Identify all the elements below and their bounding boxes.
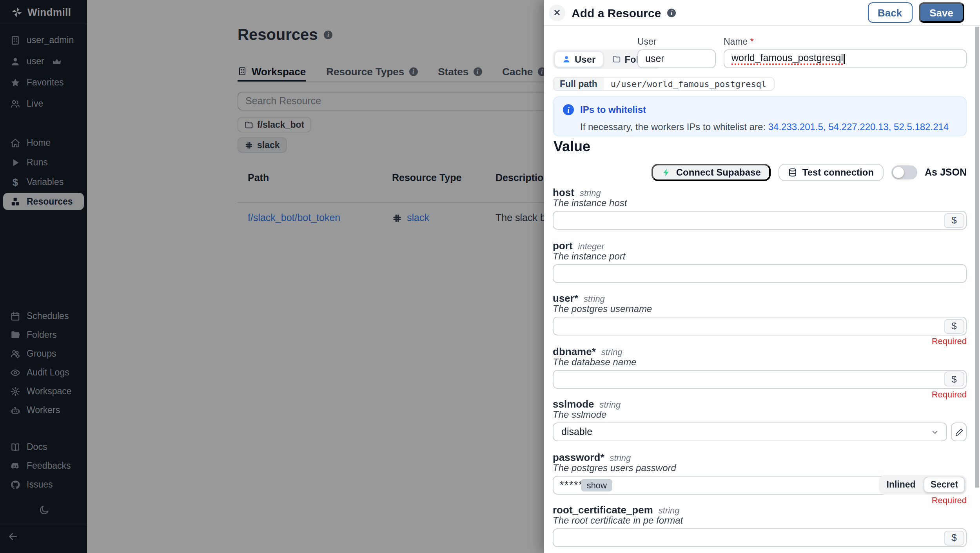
owner-option-label: User — [575, 54, 595, 65]
field-input-row: $ — [553, 211, 967, 230]
value-actions-row: Connect Supabase Test connection As JSON — [553, 164, 967, 181]
field-port: portintegerThe instance port — [553, 238, 967, 291]
drawer-header: ✕ Add a Resource i Back Save — [544, 0, 980, 26]
drawer-title-info-icon[interactable]: i — [667, 8, 676, 17]
field-input-row: $ — [553, 370, 967, 388]
text-caret — [844, 54, 845, 64]
port-input[interactable] — [553, 264, 967, 283]
field-name: host — [553, 187, 574, 198]
field-type: string — [580, 188, 601, 198]
user-field[interactable]: user — [637, 49, 716, 68]
folder-icon — [612, 55, 621, 63]
toggle-knob — [893, 167, 904, 178]
field-label: password*string — [553, 450, 967, 464]
lightning-bolt-icon — [662, 168, 671, 177]
show-password-button[interactable]: show — [581, 479, 612, 491]
field-label: dbname*string — [553, 344, 967, 358]
close-icon[interactable]: ✕ — [549, 4, 565, 21]
sslmode-select[interactable]: disable — [553, 422, 947, 441]
chevron-down-icon — [931, 428, 939, 436]
field-input-row — [553, 264, 967, 283]
storage-option-secret[interactable]: Secret — [924, 476, 965, 493]
select-value: disable — [561, 426, 592, 437]
password-storage-toggle: InlinedSecret — [879, 475, 967, 494]
drawer-scrollbar[interactable] — [975, 27, 979, 488]
field-input-row: ******showInlinedSecret — [553, 475, 967, 494]
field-input-row: $ — [553, 528, 967, 547]
field-input-row: disable — [553, 422, 967, 441]
storage-option-inlined[interactable]: Inlined — [880, 476, 922, 493]
field-description: The instance host — [553, 198, 627, 209]
field-type: string — [601, 347, 622, 356]
field-name: user — [553, 292, 574, 304]
field-description: The postgres username — [553, 303, 652, 314]
field-label: root_certificate_pemstring — [553, 502, 967, 517]
insert-variable-button[interactable]: $ — [944, 372, 964, 386]
root_certificate_pem-input[interactable] — [553, 528, 967, 547]
field-type: string — [600, 400, 621, 409]
full-path-display: Full path u/user/world_famous_postgresql — [553, 77, 774, 91]
field-name: port — [553, 239, 573, 251]
field-name: root_certificate_pem — [553, 504, 653, 516]
field-sslmode: sslmodestringThe sslmodedisable — [553, 397, 967, 450]
field-label: hoststring — [553, 185, 967, 199]
windmill-app: Windmill user_adminuserFavoritesLive Hom… — [0, 0, 980, 553]
person-icon — [562, 55, 571, 63]
resource-fields: hoststringThe instance host$portintegerT… — [553, 185, 967, 553]
database-icon — [788, 168, 798, 177]
field-user: user*stringThe postgres username$Require… — [553, 291, 967, 344]
owner-option-user[interactable]: User — [554, 51, 603, 67]
insert-variable-button[interactable]: $ — [944, 213, 964, 228]
field-description: The sslmode — [553, 409, 606, 420]
ip-whitelist-infobox: i IPs to whitelist If necessary, the wor… — [553, 96, 967, 136]
add-resource-drawer: ✕ Add a Resource i Back Save UserFolder … — [544, 0, 980, 553]
field-root_certificate_pem: root_certificate_pemstringThe root certi… — [553, 502, 967, 553]
field-dbname: dbname*stringThe database name$Required — [553, 344, 967, 397]
whitelist-ips: 34.233.201.5, 54.227.220.13, 52.5.182.21… — [768, 121, 949, 132]
pencil-icon — [955, 428, 963, 436]
connect-supabase-button[interactable]: Connect Supabase — [652, 164, 771, 181]
value-section-title: Value — [554, 139, 590, 155]
insert-variable-button[interactable]: $ — [944, 319, 964, 334]
test-connection-button[interactable]: Test connection — [779, 164, 883, 181]
as-json-toggle[interactable] — [891, 165, 917, 179]
field-label: sslmodestring — [553, 397, 967, 411]
user-field-label: User — [637, 37, 657, 46]
field-description: The database name — [553, 356, 637, 367]
required-star: * — [600, 451, 604, 463]
field-input-row: $ — [553, 317, 967, 335]
field-host: hoststringThe instance host$ — [553, 185, 967, 238]
field-label: portinteger — [553, 238, 967, 252]
field-label: user*string — [553, 291, 967, 305]
name-field[interactable]: world_famous_postgresql — [724, 49, 967, 68]
save-button[interactable]: Save — [918, 2, 964, 23]
name-field-label: Name * — [724, 37, 754, 46]
drawer-title: Add a Resource — [572, 6, 661, 19]
field-password: password*stringThe postgres users passwo… — [553, 450, 967, 502]
field-description: The postgres users password — [553, 462, 676, 473]
field-description: The instance port — [553, 250, 625, 261]
field-description: The root certificate in pe format — [553, 515, 683, 526]
required-star: * — [574, 292, 578, 304]
dbname-input[interactable] — [553, 370, 967, 388]
edit-enum-button[interactable] — [951, 422, 967, 441]
field-type: integer — [578, 241, 604, 250]
required-star: * — [592, 345, 596, 357]
info-circle-icon: i — [563, 104, 574, 115]
field-type: string — [584, 294, 605, 303]
insert-variable-button[interactable]: $ — [944, 530, 964, 545]
field-name: dbname — [553, 345, 592, 357]
field-name: sslmode — [553, 398, 594, 410]
drawer-backdrop[interactable] — [0, 0, 544, 553]
field-type: string — [610, 453, 631, 462]
field-name: password — [553, 451, 600, 463]
as-json-label: As JSON — [925, 167, 967, 178]
back-button[interactable]: Back — [867, 2, 912, 23]
user-input[interactable] — [553, 317, 967, 335]
host-input[interactable] — [553, 211, 967, 230]
field-type: string — [659, 506, 680, 515]
